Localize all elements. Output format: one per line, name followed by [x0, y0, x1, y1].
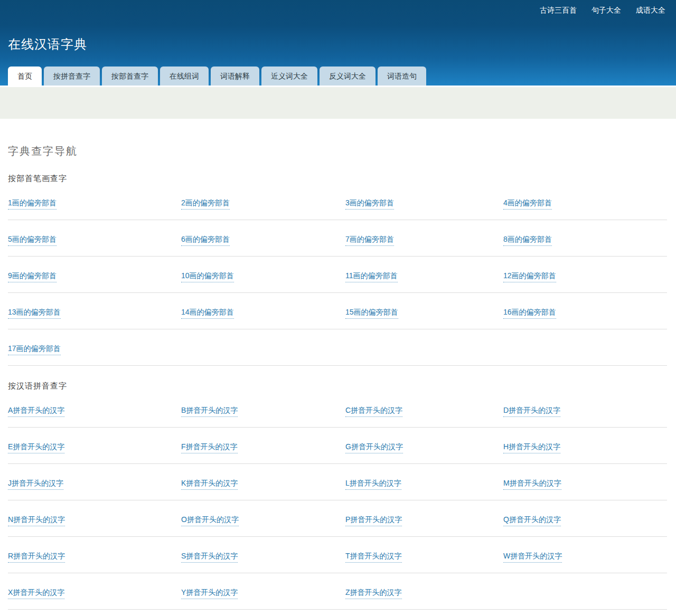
topbar-link[interactable]: 古诗三百首	[540, 6, 577, 15]
tab-item[interactable]: 词语造句	[378, 67, 426, 86]
topbar-link[interactable]: 成语大全	[636, 6, 665, 15]
main-tabs: 首页按拼音查字按部首查字在线组词词语解释近义词大全反义词大全词语造句	[8, 67, 426, 86]
tab-item[interactable]: 反义词大全	[320, 67, 375, 86]
nav-link[interactable]: B拼音开头的汉字	[181, 406, 238, 417]
nav-link[interactable]: 5画的偏旁部首	[8, 235, 57, 246]
nav-link[interactable]: 4画的偏旁部首	[503, 198, 552, 210]
nav-link[interactable]: 10画的偏旁部首	[181, 271, 234, 282]
link-row: J拼音开头的汉字K拼音开头的汉字L拼音开头的汉字M拼音开头的汉字	[8, 464, 667, 500]
link-row: E拼音开头的汉字F拼音开头的汉字G拼音开头的汉字H拼音开头的汉字	[8, 428, 667, 464]
topbar-link[interactable]: 句子大全	[592, 6, 621, 15]
link-row: A拼音开头的汉字B拼音开头的汉字C拼音开头的汉字D拼音开头的汉字	[8, 391, 667, 428]
nav-link[interactable]: J拼音开头的汉字	[8, 479, 63, 490]
nav-link[interactable]: 12画的偏旁部首	[503, 271, 556, 282]
nav-link[interactable]: G拼音开头的汉字	[345, 442, 403, 453]
link-row: 1画的偏旁部首2画的偏旁部首3画的偏旁部首4画的偏旁部首	[8, 184, 667, 220]
link-row: 13画的偏旁部首14画的偏旁部首15画的偏旁部首16画的偏旁部首	[8, 293, 667, 329]
nav-link[interactable]: Z拼音开头的汉字	[345, 588, 402, 599]
nav-link[interactable]: L拼音开头的汉字	[345, 479, 401, 490]
nav-link[interactable]: 1画的偏旁部首	[8, 198, 57, 210]
nav-link[interactable]: K拼音开头的汉字	[181, 479, 238, 490]
nav-link[interactable]: C拼音开头的汉字	[345, 406, 402, 417]
sub-header-strip	[0, 87, 676, 119]
topbar-nav: 古诗三百首句子大全成语大全	[0, 0, 676, 21]
link-row: X拼音开头的汉字Y拼音开头的汉字Z拼音开头的汉字	[8, 573, 667, 610]
nav-link[interactable]: S拼音开头的汉字	[181, 552, 238, 563]
main-content: 字典查字导航 按部首笔画查字1画的偏旁部首2画的偏旁部首3画的偏旁部首4画的偏旁…	[0, 119, 676, 616]
nav-link[interactable]: 7画的偏旁部首	[345, 235, 394, 246]
nav-link[interactable]: X拼音开头的汉字	[8, 588, 64, 599]
nav-link[interactable]: M拼音开头的汉字	[503, 479, 561, 490]
tab-item[interactable]: 按拼音查字	[44, 67, 100, 86]
nav-link[interactable]: 6画的偏旁部首	[181, 235, 230, 246]
nav-link[interactable]: R拼音开头的汉字	[8, 552, 65, 563]
nav-link[interactable]: N拼音开头的汉字	[8, 515, 65, 526]
nav-link[interactable]: 2画的偏旁部首	[181, 198, 230, 210]
link-row: N拼音开头的汉字O拼音开头的汉字P拼音开头的汉字Q拼音开头的汉字	[8, 500, 667, 537]
nav-link[interactable]: 14画的偏旁部首	[181, 308, 234, 319]
link-row: 5画的偏旁部首6画的偏旁部首7画的偏旁部首8画的偏旁部首	[8, 220, 667, 257]
page-title: 字典查字导航	[8, 119, 667, 158]
nav-link[interactable]: P拼音开头的汉字	[345, 515, 402, 526]
nav-link[interactable]: E拼音开头的汉字	[8, 442, 64, 453]
nav-link[interactable]: 8画的偏旁部首	[503, 235, 552, 246]
tab-item[interactable]: 近义词大全	[261, 67, 317, 86]
nav-link[interactable]: 3画的偏旁部首	[345, 198, 394, 210]
page-header: 古诗三百首句子大全成语大全 在线汉语字典 首页按拼音查字按部首查字在线组词词语解…	[0, 0, 676, 86]
link-row: 9画的偏旁部首10画的偏旁部首11画的偏旁部首12画的偏旁部首	[8, 257, 667, 293]
nav-link[interactable]: 16画的偏旁部首	[503, 308, 556, 319]
nav-link[interactable]: D拼音开头的汉字	[503, 406, 560, 417]
link-row: 17画的偏旁部首	[8, 329, 667, 366]
tab-item[interactable]: 在线组词	[160, 67, 209, 86]
tab-item[interactable]: 按部首查字	[102, 67, 158, 86]
nav-link[interactable]: O拼音开头的汉字	[181, 515, 239, 526]
nav-link[interactable]: 13画的偏旁部首	[8, 308, 61, 319]
nav-link[interactable]: T拼音开头的汉字	[345, 552, 402, 563]
nav-link[interactable]: 11画的偏旁部首	[345, 271, 398, 282]
nav-link[interactable]: H拼音开头的汉字	[503, 442, 560, 453]
nav-link[interactable]: 17画的偏旁部首	[8, 344, 61, 355]
sections-container: 按部首笔画查字1画的偏旁部首2画的偏旁部首3画的偏旁部首4画的偏旁部首5画的偏旁…	[8, 174, 667, 616]
tab-active[interactable]: 首页	[8, 67, 42, 86]
nav-link[interactable]: F拼音开头的汉字	[181, 442, 238, 453]
nav-link[interactable]: Q拼音开头的汉字	[503, 515, 561, 526]
nav-link[interactable]: 9画的偏旁部首	[8, 271, 57, 282]
nav-link[interactable]: W拼音开头的汉字	[503, 552, 562, 563]
section-heading: 按部首笔画查字	[8, 174, 667, 184]
nav-link[interactable]: 15画的偏旁部首	[345, 308, 398, 319]
site-title: 在线汉语字典	[8, 36, 87, 53]
nav-link[interactable]: Y拼音开头的汉字	[181, 588, 238, 599]
tab-item[interactable]: 词语解释	[211, 67, 259, 86]
link-row: R拼音开头的汉字S拼音开头的汉字T拼音开头的汉字W拼音开头的汉字	[8, 537, 667, 573]
section-heading: 按汉语拼音查字	[8, 381, 667, 391]
nav-link[interactable]: A拼音开头的汉字	[8, 406, 64, 417]
